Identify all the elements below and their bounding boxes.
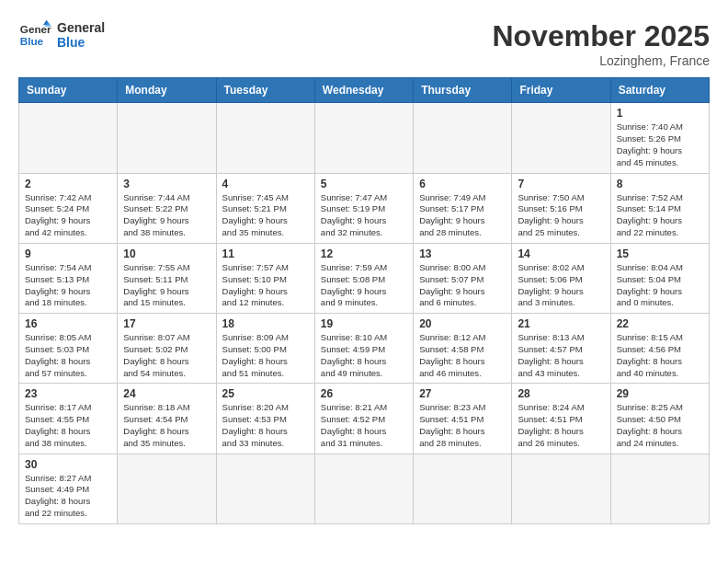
- day-number: 30: [25, 458, 111, 471]
- calendar-cell: 7Sunrise: 7:50 AM Sunset: 5:16 PM Daylig…: [512, 173, 610, 243]
- calendar-cell: 17Sunrise: 8:07 AM Sunset: 5:02 PM Dayli…: [118, 314, 216, 384]
- calendar-cell: [118, 103, 216, 173]
- calendar-cell: 6Sunrise: 7:49 AM Sunset: 5:17 PM Daylig…: [414, 173, 512, 243]
- day-number: 24: [123, 387, 210, 400]
- day-header-saturday: Saturday: [610, 78, 709, 103]
- calendar-cell: 9Sunrise: 7:54 AM Sunset: 5:13 PM Daylig…: [19, 243, 118, 313]
- calendar-week-row: 30Sunrise: 8:27 AM Sunset: 4:49 PM Dayli…: [19, 454, 710, 523]
- calendar-cell: 25Sunrise: 8:20 AM Sunset: 4:53 PM Dayli…: [216, 384, 314, 454]
- day-number: 11: [222, 247, 309, 260]
- day-info: Sunrise: 8:00 AM Sunset: 5:07 PM Dayligh…: [419, 262, 506, 309]
- calendar-cell: 21Sunrise: 8:13 AM Sunset: 4:57 PM Dayli…: [512, 314, 610, 384]
- day-number: 7: [518, 178, 604, 190]
- calendar-cell: [610, 454, 709, 523]
- day-info: Sunrise: 8:23 AM Sunset: 4:51 PM Dayligh…: [419, 402, 506, 449]
- day-info: Sunrise: 7:50 AM Sunset: 5:16 PM Dayligh…: [518, 192, 604, 239]
- calendar-cell: 1Sunrise: 7:40 AM Sunset: 5:26 PM Daylig…: [610, 103, 709, 173]
- day-info: Sunrise: 7:52 AM Sunset: 5:14 PM Dayligh…: [617, 192, 703, 239]
- logo-blue-text: Blue: [57, 35, 105, 50]
- calendar-week-row: 2Sunrise: 7:42 AM Sunset: 5:24 PM Daylig…: [19, 173, 710, 243]
- day-number: 12: [321, 247, 407, 260]
- day-info: Sunrise: 8:21 AM Sunset: 4:52 PM Dayligh…: [321, 402, 407, 449]
- calendar-cell: [512, 103, 610, 173]
- day-info: Sunrise: 8:18 AM Sunset: 4:54 PM Dayligh…: [123, 402, 210, 449]
- day-info: Sunrise: 8:27 AM Sunset: 4:49 PM Dayligh…: [25, 473, 111, 520]
- day-info: Sunrise: 7:59 AM Sunset: 5:08 PM Dayligh…: [321, 262, 407, 309]
- title-block: November 2025 Lozinghem, France: [492, 18, 710, 68]
- calendar-week-row: 9Sunrise: 7:54 AM Sunset: 5:13 PM Daylig…: [19, 243, 710, 313]
- calendar-cell: 20Sunrise: 8:12 AM Sunset: 4:58 PM Dayli…: [414, 314, 512, 384]
- day-info: Sunrise: 8:05 AM Sunset: 5:03 PM Dayligh…: [25, 332, 111, 379]
- calendar-cell: 12Sunrise: 7:59 AM Sunset: 5:08 PM Dayli…: [314, 243, 413, 313]
- day-info: Sunrise: 8:20 AM Sunset: 4:53 PM Dayligh…: [222, 402, 309, 449]
- day-info: Sunrise: 7:54 AM Sunset: 5:13 PM Dayligh…: [25, 262, 111, 309]
- calendar-cell: [414, 103, 512, 173]
- day-info: Sunrise: 7:49 AM Sunset: 5:17 PM Dayligh…: [419, 192, 506, 239]
- calendar-cell: 19Sunrise: 8:10 AM Sunset: 4:59 PM Dayli…: [314, 314, 413, 384]
- calendar-cell: [314, 454, 413, 523]
- day-info: Sunrise: 8:04 AM Sunset: 5:04 PM Dayligh…: [617, 262, 703, 309]
- day-header-sunday: Sunday: [19, 78, 118, 103]
- day-number: 9: [25, 247, 111, 260]
- day-info: Sunrise: 7:47 AM Sunset: 5:19 PM Dayligh…: [321, 192, 407, 239]
- calendar-cell: 22Sunrise: 8:15 AM Sunset: 4:56 PM Dayli…: [610, 314, 709, 384]
- day-number: 29: [617, 387, 703, 400]
- calendar-cell: 3Sunrise: 7:44 AM Sunset: 5:22 PM Daylig…: [118, 173, 216, 243]
- logo: General Blue General Blue: [18, 18, 105, 52]
- calendar-cell: 15Sunrise: 8:04 AM Sunset: 5:04 PM Dayli…: [610, 243, 709, 313]
- calendar-week-row: 16Sunrise: 8:05 AM Sunset: 5:03 PM Dayli…: [19, 314, 710, 384]
- calendar-cell: [19, 103, 118, 173]
- day-number: 21: [518, 317, 604, 330]
- calendar-cell: 27Sunrise: 8:23 AM Sunset: 4:51 PM Dayli…: [414, 384, 512, 454]
- day-number: 6: [419, 178, 506, 190]
- day-info: Sunrise: 8:24 AM Sunset: 4:51 PM Dayligh…: [518, 402, 604, 449]
- day-number: 2: [25, 178, 111, 190]
- day-info: Sunrise: 8:15 AM Sunset: 4:56 PM Dayligh…: [617, 332, 703, 379]
- day-number: 13: [419, 247, 506, 260]
- month-title: November 2025: [492, 18, 710, 53]
- day-number: 17: [123, 317, 210, 330]
- day-number: 5: [321, 178, 407, 190]
- day-number: 1: [617, 107, 703, 120]
- page-header: General Blue General Blue November 2025 …: [18, 18, 710, 68]
- day-info: Sunrise: 7:42 AM Sunset: 5:24 PM Dayligh…: [25, 192, 111, 239]
- calendar-cell: [216, 103, 314, 173]
- day-number: 22: [617, 317, 703, 330]
- day-number: 19: [321, 317, 407, 330]
- calendar-cell: 5Sunrise: 7:47 AM Sunset: 5:19 PM Daylig…: [314, 173, 413, 243]
- day-header-tuesday: Tuesday: [216, 78, 314, 103]
- day-number: 25: [222, 387, 309, 400]
- day-info: Sunrise: 8:02 AM Sunset: 5:06 PM Dayligh…: [518, 262, 604, 309]
- calendar-week-row: 1Sunrise: 7:40 AM Sunset: 5:26 PM Daylig…: [19, 103, 710, 173]
- location-subtitle: Lozinghem, France: [492, 53, 710, 68]
- day-number: 14: [518, 247, 604, 260]
- day-info: Sunrise: 8:09 AM Sunset: 5:00 PM Dayligh…: [222, 332, 309, 379]
- calendar-cell: [414, 454, 512, 523]
- day-info: Sunrise: 8:12 AM Sunset: 4:58 PM Dayligh…: [419, 332, 506, 379]
- day-header-monday: Monday: [118, 78, 216, 103]
- day-info: Sunrise: 8:07 AM Sunset: 5:02 PM Dayligh…: [123, 332, 210, 379]
- day-info: Sunrise: 8:25 AM Sunset: 4:50 PM Dayligh…: [617, 402, 703, 449]
- day-number: 15: [617, 247, 703, 260]
- day-info: Sunrise: 7:45 AM Sunset: 5:21 PM Dayligh…: [222, 192, 309, 239]
- day-number: 23: [25, 387, 111, 400]
- calendar-cell: 10Sunrise: 7:55 AM Sunset: 5:11 PM Dayli…: [118, 243, 216, 313]
- day-info: Sunrise: 8:13 AM Sunset: 4:57 PM Dayligh…: [518, 332, 604, 379]
- calendar-cell: 11Sunrise: 7:57 AM Sunset: 5:10 PM Dayli…: [216, 243, 314, 313]
- day-number: 3: [123, 178, 210, 190]
- day-number: 18: [222, 317, 309, 330]
- day-number: 26: [321, 387, 407, 400]
- calendar-cell: 29Sunrise: 8:25 AM Sunset: 4:50 PM Dayli…: [610, 384, 709, 454]
- svg-text:Blue: Blue: [20, 35, 44, 47]
- calendar-cell: 28Sunrise: 8:24 AM Sunset: 4:51 PM Dayli…: [512, 384, 610, 454]
- calendar-cell: 26Sunrise: 8:21 AM Sunset: 4:52 PM Dayli…: [314, 384, 413, 454]
- calendar-cell: [314, 103, 413, 173]
- calendar-cell: 13Sunrise: 8:00 AM Sunset: 5:07 PM Dayli…: [414, 243, 512, 313]
- day-info: Sunrise: 7:40 AM Sunset: 5:26 PM Dayligh…: [617, 121, 703, 168]
- logo-icon: General Blue: [18, 18, 51, 52]
- calendar-cell: 30Sunrise: 8:27 AM Sunset: 4:49 PM Dayli…: [19, 454, 118, 523]
- day-header-friday: Friday: [512, 78, 610, 103]
- calendar-cell: 2Sunrise: 7:42 AM Sunset: 5:24 PM Daylig…: [19, 173, 118, 243]
- calendar-cell: 16Sunrise: 8:05 AM Sunset: 5:03 PM Dayli…: [19, 314, 118, 384]
- day-number: 10: [123, 247, 210, 260]
